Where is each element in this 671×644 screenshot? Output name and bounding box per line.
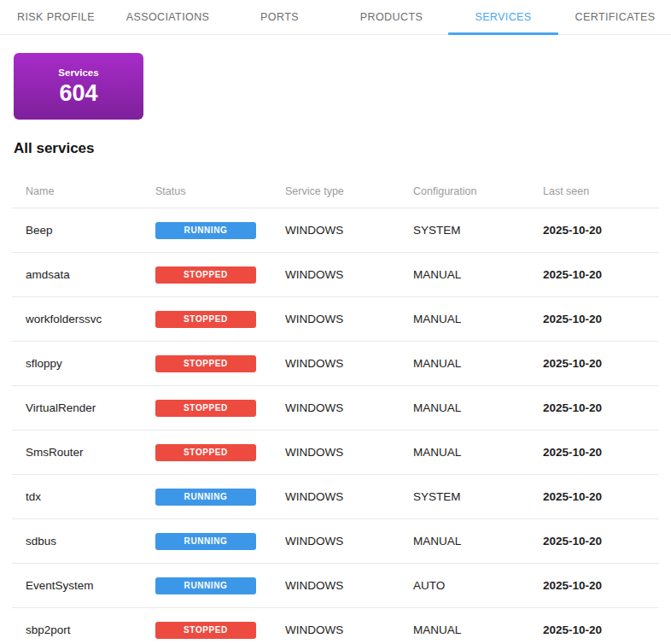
tab-bar: RISK PROFILE ASSOCIATIONS PORTS PRODUCTS… (0, 0, 671, 35)
service-name: tdx (26, 490, 155, 503)
status-badge: STOPPED (155, 355, 256, 372)
service-type: WINDOWS (285, 446, 413, 459)
service-type: WINDOWS (285, 224, 413, 237)
service-configuration: MANUAL (413, 535, 543, 547)
services-table: Name Status Service type Configuration L… (12, 157, 659, 644)
service-name: Beep (26, 224, 155, 237)
table-row: tdx RUNNING WINDOWS SYSTEM 2025-10-20 (12, 475, 659, 519)
status-badge: STOPPED (155, 400, 256, 417)
table-row: Beep RUNNING WINDOWS SYSTEM 2025-10-20 (12, 208, 659, 253)
tab-associations[interactable]: ASSOCIATIONS (112, 0, 224, 34)
service-name: sbp2port (26, 624, 155, 636)
page-content: Services 604 All services (0, 53, 671, 157)
service-configuration: AUTO (413, 579, 543, 592)
last-seen-date: 2025-10-20 (543, 224, 659, 237)
table-row: sdbus RUNNING WINDOWS MANUAL 2025-10-20 (12, 519, 659, 564)
section-title: All services (14, 140, 657, 157)
table-row: workfolderssvc STOPPED WINDOWS MANUAL 20… (12, 297, 659, 342)
status-badge: RUNNING (155, 222, 256, 239)
service-type: WINDOWS (285, 579, 413, 592)
column-header-configuration: Configuration (413, 185, 543, 197)
service-name: sfloppy (26, 357, 155, 370)
service-type: WINDOWS (285, 624, 413, 636)
table-row: sbp2port STOPPED WINDOWS MANUAL 2025-10-… (12, 608, 659, 644)
services-card-label: Services (58, 67, 98, 78)
status-badge: RUNNING (155, 577, 256, 594)
last-seen-date: 2025-10-20 (543, 357, 659, 370)
service-name: EventSystem (26, 579, 155, 592)
status-badge: STOPPED (155, 622, 256, 639)
service-configuration: MANUAL (413, 624, 543, 636)
service-type: WINDOWS (285, 535, 413, 547)
column-header-last-seen: Last seen (543, 185, 659, 197)
service-type: WINDOWS (285, 268, 413, 281)
last-seen-date: 2025-10-20 (543, 624, 659, 636)
last-seen-date: 2025-10-20 (543, 579, 659, 592)
last-seen-date: 2025-10-20 (543, 535, 659, 547)
status-badge: STOPPED (155, 444, 256, 461)
service-type: WINDOWS (285, 313, 413, 325)
table-row: VirtualRender STOPPED WINDOWS MANUAL 202… (12, 386, 659, 430)
services-summary-card: Services 604 (14, 53, 143, 120)
service-configuration: MANUAL (413, 313, 543, 325)
table-row: EventSystem RUNNING WINDOWS AUTO 2025-10… (12, 564, 659, 608)
last-seen-date: 2025-10-20 (543, 268, 659, 281)
last-seen-date: 2025-10-20 (543, 446, 659, 459)
column-header-name: Name (26, 185, 155, 197)
tab-services[interactable]: SERVICES (447, 0, 559, 34)
last-seen-date: 2025-10-20 (543, 313, 659, 325)
service-name: sdbus (26, 535, 155, 547)
status-badge: STOPPED (155, 266, 256, 284)
service-type: WINDOWS (285, 357, 413, 370)
service-configuration: MANUAL (413, 357, 543, 370)
service-configuration: MANUAL (413, 401, 543, 414)
table-header-row: Name Status Service type Configuration L… (12, 157, 659, 208)
status-badge: RUNNING (155, 489, 256, 506)
service-name: VirtualRender (26, 401, 155, 414)
service-configuration: SYSTEM (413, 490, 543, 503)
tab-products[interactable]: PRODUCTS (336, 0, 447, 34)
last-seen-date: 2025-10-20 (543, 490, 659, 503)
last-seen-date: 2025-10-20 (543, 401, 659, 414)
column-header-status: Status (155, 185, 285, 197)
service-configuration: MANUAL (413, 446, 543, 459)
service-name: amdsata (26, 268, 155, 281)
service-type: WINDOWS (285, 490, 413, 503)
service-name: workfolderssvc (26, 313, 155, 325)
column-header-service-type: Service type (285, 185, 413, 197)
tab-certificates[interactable]: CERTIFICATES (559, 0, 671, 34)
status-badge: RUNNING (155, 533, 256, 550)
service-type: WINDOWS (285, 401, 413, 414)
status-badge: STOPPED (155, 311, 256, 328)
service-name: SmsRouter (26, 446, 155, 459)
table-row: amdsata STOPPED WINDOWS MANUAL 2025-10-2… (12, 253, 659, 297)
tab-risk-profile[interactable]: RISK PROFILE (0, 0, 112, 34)
tab-ports[interactable]: PORTS (224, 0, 336, 34)
service-configuration: SYSTEM (413, 224, 543, 237)
service-configuration: MANUAL (413, 268, 543, 281)
table-body: Beep RUNNING WINDOWS SYSTEM 2025-10-20 a… (12, 208, 659, 644)
services-card-count: 604 (59, 82, 97, 105)
table-row: sfloppy STOPPED WINDOWS MANUAL 2025-10-2… (12, 342, 659, 386)
table-row: SmsRouter STOPPED WINDOWS MANUAL 2025-10… (12, 430, 659, 475)
